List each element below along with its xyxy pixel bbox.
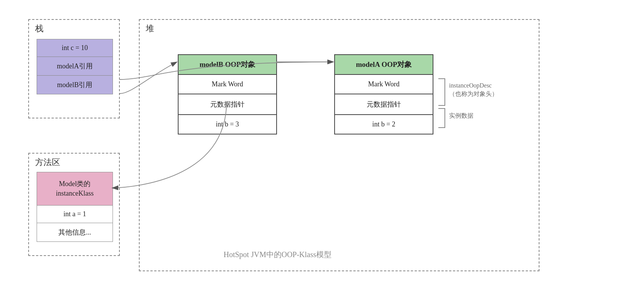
bottom-label: HotSpot JVM中的OOP-Klass模型	[224, 249, 332, 260]
instance-data-brace	[438, 108, 445, 128]
method-area: 方法区 Model类的instanceKlass int a = 1 其他信息.…	[28, 153, 120, 256]
method-row-int-a: int a = 1	[37, 206, 113, 223]
oopdesc-brace	[438, 78, 445, 106]
modela-oop-object: modelA OOP对象 Mark Word 元数据指针 int b = 2	[334, 54, 433, 134]
modela-header: modelA OOP对象	[334, 54, 433, 75]
modela-mark-word: Mark Word	[334, 75, 433, 94]
instance-data-group: 实例数据	[438, 108, 498, 128]
heap-area: 堆 modelB OOP对象 Mark Word 元数据指针 int b = 3…	[139, 19, 539, 271]
modelb-mark-word: Mark Word	[178, 75, 277, 94]
method-items: Model类的instanceKlass int a = 1 其他信息...	[37, 172, 113, 242]
stack-area: 栈 int c = 10 modelA引用 modelB引用	[28, 19, 120, 118]
stack-item-modela-ref: modelA引用	[37, 57, 113, 76]
diagram: 栈 int c = 10 modelA引用 modelB引用 方法区 Model…	[21, 11, 623, 287]
modelb-metadata-ptr: 元数据指针	[178, 94, 277, 115]
stack-item-int-c: int c = 10	[37, 39, 113, 57]
modela-metadata-ptr: 元数据指针	[334, 94, 433, 115]
instance-data-label: 实例数据	[445, 108, 473, 128]
stack-label: 栈	[35, 23, 43, 34]
modelb-header: modelB OOP对象	[178, 54, 277, 75]
instance-oopdesc-group: instanceOopDesc（也称为对象头）	[438, 78, 498, 106]
heap-label: 堆	[146, 23, 154, 34]
oopdesc-label: instanceOopDesc（也称为对象头）	[445, 78, 498, 106]
brace-annotations: instanceOopDesc（也称为对象头） 实例数据	[438, 78, 498, 128]
stack-items: int c = 10 modelA引用 modelB引用	[37, 39, 113, 94]
stack-item-modelb-ref: modelB引用	[37, 76, 113, 94]
method-label: 方法区	[35, 157, 60, 168]
modelb-oop-object: modelB OOP对象 Mark Word 元数据指针 int b = 3	[178, 54, 277, 134]
modelb-int-b: int b = 3	[178, 115, 277, 134]
method-row-other: 其他信息...	[37, 223, 113, 242]
modela-int-b: int b = 2	[334, 115, 433, 134]
method-header: Model类的instanceKlass	[37, 172, 113, 206]
